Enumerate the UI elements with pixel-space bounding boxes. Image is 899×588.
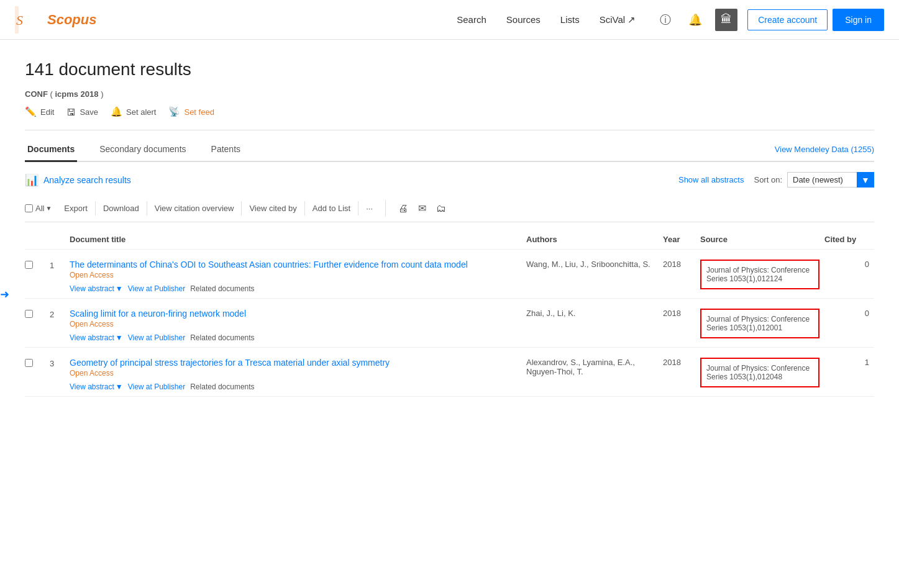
- set-alert-label: Set alert: [126, 107, 156, 117]
- analyze-button[interactable]: 📊 Analyze search results: [25, 173, 131, 187]
- query-year: 2018: [81, 89, 99, 99]
- export-button[interactable]: Export: [57, 201, 96, 215]
- tab-documents[interactable]: Documents: [25, 138, 77, 162]
- doc-cited-by-1: 0: [824, 260, 874, 269]
- all-label: All: [35, 204, 44, 213]
- sort-select[interactable]: Date (newest) Date (oldest) Cited by (hi…: [787, 172, 874, 188]
- doc-authors-1: Wang, M., Liu, J., Sriboonchitta, S.: [526, 260, 663, 269]
- divider: [25, 130, 874, 130]
- doc-title-3[interactable]: Geometry of principal stress trajectorie…: [70, 358, 516, 368]
- alert-icon: 🔔: [111, 106, 122, 117]
- doc-source-cell-1: Journal of Physics: Conference Series 10…: [700, 260, 824, 289]
- left-arrow-indicator[interactable]: ➜: [0, 287, 9, 301]
- doc-year-1: 2018: [663, 260, 700, 269]
- more-options-button[interactable]: ···: [358, 201, 380, 215]
- help-button[interactable]: ⓘ: [655, 10, 675, 30]
- doc-source-cell-2: Journal of Physics: Conference Series 10…: [700, 309, 824, 338]
- related-documents-link-3[interactable]: Related documents: [190, 382, 254, 391]
- nav-search[interactable]: Search: [457, 14, 486, 25]
- doc-cited-by-2: 0: [824, 309, 874, 318]
- col-cited-by: Cited by: [824, 235, 874, 244]
- analyze-label: Analyze search results: [43, 175, 131, 185]
- search-query: CONF ( icpms 2018 ): [25, 89, 874, 99]
- view-citation-overview-button[interactable]: View citation overview: [147, 201, 242, 215]
- column-headers: Document title Authors Year Source Cited…: [25, 230, 874, 250]
- doc-year-3: 2018: [663, 358, 700, 367]
- related-documents-link-2[interactable]: Related documents: [190, 333, 254, 342]
- analyze-chart-icon: 📊: [25, 173, 39, 187]
- open-access-badge-3: Open Access: [70, 369, 516, 378]
- col-source: Source: [700, 235, 824, 244]
- nav-sources[interactable]: Sources: [506, 14, 541, 25]
- set-feed-link[interactable]: 📡 Set feed: [168, 106, 214, 117]
- row-checkbox-3: [25, 358, 50, 369]
- save-link[interactable]: 🖫 Save: [66, 107, 98, 117]
- table-row: 1 The determinants of China's ODI to Sou…: [25, 250, 874, 299]
- email-icon: ✉: [418, 203, 426, 214]
- doc-links-3: View abstract ▼ View at Publisher Relate…: [70, 382, 516, 391]
- sort-label: Sort on:: [754, 175, 782, 184]
- logo-area: S Scopus: [15, 6, 96, 34]
- bell-icon: 🔔: [688, 13, 702, 27]
- header: S Scopus Search Sources Lists SciVal ↗ ⓘ…: [0, 0, 899, 40]
- toolbar-icons: 🖨 ✉ 🗂: [385, 200, 449, 217]
- checkbox-2[interactable]: [25, 310, 33, 318]
- print-button[interactable]: 🖨: [396, 201, 411, 217]
- tabs-row: Documents Secondary documents Patents Vi…: [25, 138, 874, 162]
- checkbox-1[interactable]: [25, 261, 33, 269]
- show-abstracts-button[interactable]: Show all abstracts: [678, 175, 744, 184]
- view-abstract-link-2[interactable]: View abstract ▼: [70, 333, 123, 342]
- view-abstract-link-3[interactable]: View abstract ▼: [70, 382, 123, 391]
- view-at-publisher-link-3[interactable]: View at Publisher: [128, 382, 186, 391]
- col-checkbox: [25, 235, 50, 244]
- download-button[interactable]: Download: [96, 201, 147, 215]
- elsevier-logo: S: [15, 6, 42, 34]
- institution-icon: 🏛: [721, 13, 732, 26]
- notifications-button[interactable]: 🔔: [685, 10, 705, 30]
- save-list-icon: 🗂: [436, 203, 446, 214]
- document-list: 1 The determinants of China's ODI to Sou…: [25, 250, 874, 397]
- set-alert-link[interactable]: 🔔 Set alert: [111, 106, 156, 117]
- view-abstract-link-1[interactable]: View abstract ▼: [70, 284, 123, 293]
- doc-links-2: View abstract ▼ View at Publisher Relate…: [70, 333, 516, 342]
- open-access-badge-2: Open Access: [70, 320, 516, 328]
- doc-title-1[interactable]: The determinants of China's ODI to South…: [70, 260, 516, 269]
- create-account-button[interactable]: Create account: [747, 9, 828, 30]
- view-at-publisher-link-2[interactable]: View at Publisher: [128, 333, 186, 342]
- table-row: 3 Geometry of principal stress trajector…: [25, 348, 874, 397]
- nav-scival[interactable]: SciVal ↗: [600, 14, 636, 25]
- related-documents-link-1[interactable]: Related documents: [190, 284, 254, 293]
- toolbar: All ▼ Export Download View citation over…: [25, 195, 874, 222]
- analyze-row: 📊 Analyze search results Show all abstra…: [25, 162, 874, 195]
- sign-in-button[interactable]: Sign in: [833, 9, 884, 31]
- view-at-publisher-link-1[interactable]: View at Publisher: [128, 284, 186, 293]
- edit-link[interactable]: ✏️ Edit: [25, 106, 54, 117]
- mendeley-link[interactable]: View Mendeley Data (1255): [775, 145, 874, 154]
- nav-lists[interactable]: Lists: [560, 14, 580, 25]
- logo-text: Scopus: [47, 12, 96, 28]
- main-content: 141 document results CONF ( icpms 2018 )…: [0, 40, 899, 397]
- checkbox-3[interactable]: [25, 359, 33, 367]
- all-dropdown[interactable]: All ▼: [35, 204, 52, 213]
- save-list-button[interactable]: 🗂: [434, 201, 449, 217]
- tab-secondary-documents[interactable]: Secondary documents: [97, 138, 188, 162]
- doc-title-2[interactable]: Scaling limit for a neuron-firing networ…: [70, 309, 516, 319]
- view-cited-by-button[interactable]: View cited by: [242, 201, 304, 215]
- email-button[interactable]: ✉: [416, 200, 429, 217]
- tab-patents[interactable]: Patents: [209, 138, 243, 162]
- save-icon: 🖫: [66, 107, 76, 117]
- save-label: Save: [80, 107, 98, 117]
- abstract-chevron-icon-2: ▼: [116, 333, 123, 342]
- row-checkbox-2: [25, 309, 50, 320]
- doc-source-box-1: Journal of Physics: Conference Series 10…: [700, 260, 819, 289]
- doc-source-box-3: Journal of Physics: Conference Series 10…: [700, 358, 819, 387]
- add-to-list-button[interactable]: Add to List: [305, 201, 358, 215]
- doc-cited-by-3: 1: [824, 358, 874, 367]
- print-icon: 🖨: [398, 203, 408, 214]
- institution-button[interactable]: 🏛: [715, 9, 737, 31]
- results-count: 141 document results: [25, 60, 874, 79]
- header-icons: ⓘ 🔔 🏛: [655, 9, 737, 31]
- select-all-checkbox[interactable]: [25, 204, 33, 212]
- row-number-3: 3: [50, 358, 70, 368]
- feed-icon: 📡: [168, 106, 180, 117]
